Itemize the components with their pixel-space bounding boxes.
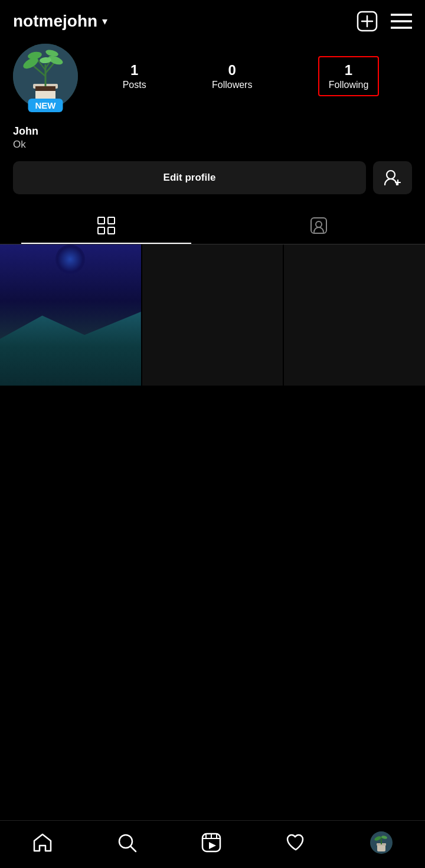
new-badge: NEW [28,99,63,112]
nav-profile-avatar [370,831,393,854]
nav-avatar-image [370,831,393,854]
search-icon [117,833,137,853]
grid-tab[interactable] [0,207,212,244]
hamburger-menu-icon [391,13,412,30]
edit-profile-button[interactable]: Edit profile [13,161,366,194]
menu-button[interactable] [391,13,412,30]
username[interactable]: notmejohn [13,12,97,31]
add-content-button[interactable] [357,11,378,32]
tabs-row [0,207,425,244]
add-person-icon [384,169,401,186]
followers-stat[interactable]: 0 Followers [212,62,252,90]
posts-stat[interactable]: 1 Posts [123,62,146,90]
following-stat[interactable]: 1 Following [318,56,380,96]
following-count: 1 [345,62,352,79]
svg-point-20 [387,171,395,179]
svg-rect-24 [108,217,115,224]
search-nav-item[interactable] [117,833,137,853]
profile-section: NEW 1 Posts 0 Followers 1 Following John… [0,38,425,194]
add-friend-button[interactable] [373,161,412,194]
profile-nav-item[interactable] [370,831,393,854]
heart-icon [286,833,306,853]
top-header: notmejohn ▾ [0,0,425,38]
header-right [357,11,412,32]
svg-rect-25 [98,227,104,234]
posts-count: 1 [130,62,138,79]
profile-top: NEW 1 Posts 0 Followers 1 Following [13,44,412,109]
add-content-icon [357,11,378,32]
home-nav-item[interactable] [32,833,53,852]
following-label: Following [329,80,369,90]
posts-label: Posts [123,80,146,90]
reels-icon [201,833,221,853]
avatar-wrap[interactable]: NEW [13,44,78,109]
header-left: notmejohn ▾ [13,12,107,31]
grid-item [142,244,283,386]
activity-nav-item[interactable] [286,833,306,853]
photo-grid [0,244,425,386]
stats-row: 1 Posts 0 Followers 1 Following [90,56,412,96]
grid-icon [97,217,115,234]
grid-item[interactable] [0,244,141,386]
svg-point-28 [316,221,322,227]
svg-rect-9 [35,86,55,91]
svg-marker-36 [209,842,216,849]
grid-item [284,244,425,386]
svg-rect-26 [108,227,115,234]
bottom-nav [0,820,425,868]
svg-line-30 [130,846,136,851]
profile-name: John [13,125,412,138]
home-icon [32,833,53,852]
profile-bio: Ok [13,139,412,151]
profile-actions: Edit profile [13,161,412,194]
svg-rect-23 [98,217,104,224]
reels-nav-item[interactable] [201,833,221,853]
followers-label: Followers [212,80,252,90]
svg-rect-27 [311,218,326,233]
tagged-tab[interactable] [212,207,425,244]
followers-count: 0 [228,62,236,79]
chevron-down-icon[interactable]: ▾ [102,15,107,28]
tagged-icon [310,217,328,234]
